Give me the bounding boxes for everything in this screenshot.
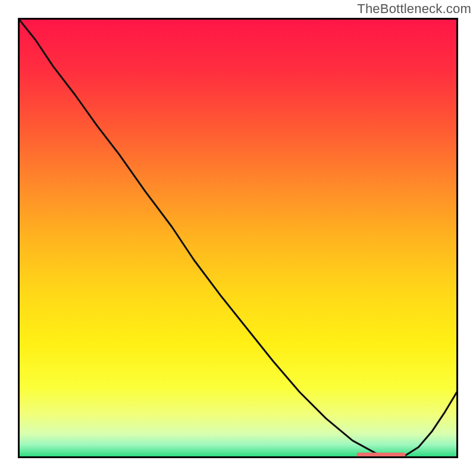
watermark-label: TheBottleneck.com <box>357 1 471 17</box>
gradient-background <box>18 18 458 458</box>
chart-svg <box>18 18 458 458</box>
chart-stage: TheBottleneck.com <box>0 0 476 476</box>
plot-area <box>18 18 458 458</box>
